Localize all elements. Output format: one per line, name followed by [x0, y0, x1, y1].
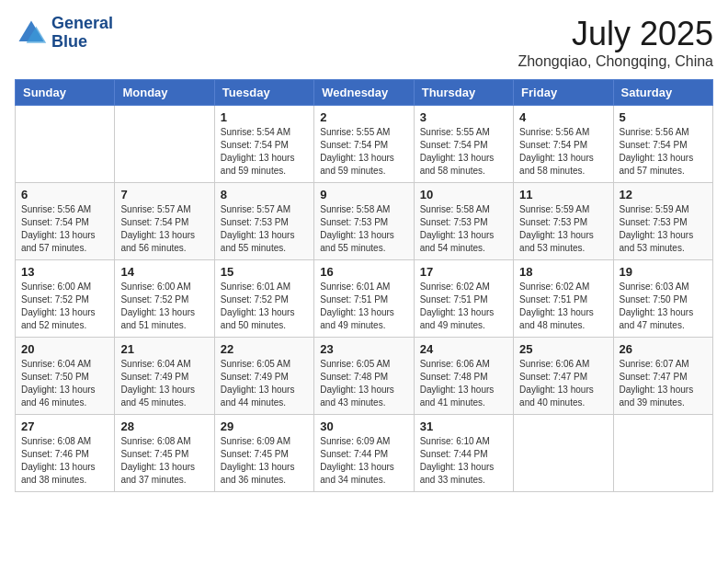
day-info: Sunrise: 6:07 AM Sunset: 7:47 PM Dayligh…: [620, 358, 707, 409]
day-number: 19: [620, 265, 707, 279]
day-number: 3: [420, 110, 507, 124]
day-info: Sunrise: 6:09 AM Sunset: 7:44 PM Dayligh…: [320, 435, 407, 487]
calendar-day-header: Monday: [115, 80, 214, 106]
day-info: Sunrise: 6:09 AM Sunset: 7:45 PM Dayligh…: [221, 435, 308, 487]
day-number: 13: [21, 265, 108, 279]
calendar-cell: 13Sunrise: 6:00 AM Sunset: 7:52 PM Dayli…: [16, 260, 115, 338]
day-number: 2: [320, 110, 407, 124]
calendar-day-header: Wednesday: [314, 80, 414, 106]
calendar-cell: [613, 415, 712, 492]
calendar-cell: 28Sunrise: 6:08 AM Sunset: 7:45 PM Dayli…: [115, 415, 214, 492]
calendar-cell: 29Sunrise: 6:09 AM Sunset: 7:45 PM Dayli…: [214, 415, 313, 492]
calendar-cell: 10Sunrise: 5:58 AM Sunset: 7:53 PM Dayli…: [414, 183, 513, 260]
day-info: Sunrise: 5:55 AM Sunset: 7:54 PM Dayligh…: [420, 126, 507, 178]
calendar-cell: 11Sunrise: 5:59 AM Sunset: 7:53 PM Dayli…: [514, 183, 613, 260]
day-info: Sunrise: 5:58 AM Sunset: 7:53 PM Dayligh…: [320, 203, 407, 255]
day-info: Sunrise: 6:05 AM Sunset: 7:49 PM Dayligh…: [221, 358, 308, 409]
calendar-body: 1Sunrise: 5:54 AM Sunset: 7:54 PM Daylig…: [16, 106, 713, 492]
day-info: Sunrise: 6:08 AM Sunset: 7:45 PM Dayligh…: [120, 435, 208, 487]
day-info: Sunrise: 6:04 AM Sunset: 7:50 PM Dayligh…: [21, 358, 108, 409]
day-number: 11: [519, 188, 607, 201]
day-number: 14: [120, 265, 208, 279]
day-number: 27: [21, 419, 108, 433]
day-info: Sunrise: 5:54 AM Sunset: 7:54 PM Dayligh…: [221, 126, 308, 178]
calendar-day-header: Saturday: [613, 80, 712, 106]
calendar-cell: 12Sunrise: 5:59 AM Sunset: 7:53 PM Dayli…: [613, 183, 712, 260]
day-info: Sunrise: 5:57 AM Sunset: 7:54 PM Dayligh…: [120, 203, 208, 255]
calendar-day-header: Sunday: [16, 80, 115, 106]
calendar-cell: 8Sunrise: 5:57 AM Sunset: 7:53 PM Daylig…: [214, 183, 313, 260]
day-number: 23: [320, 342, 407, 356]
day-info: Sunrise: 6:05 AM Sunset: 7:48 PM Dayligh…: [320, 358, 407, 409]
calendar-cell: 30Sunrise: 6:09 AM Sunset: 7:44 PM Dayli…: [314, 415, 414, 492]
logo-text: General Blue: [51, 15, 113, 52]
day-info: Sunrise: 5:56 AM Sunset: 7:54 PM Dayligh…: [620, 126, 707, 178]
calendar-cell: 15Sunrise: 6:01 AM Sunset: 7:52 PM Dayli…: [214, 260, 313, 338]
calendar-week-row: 6Sunrise: 5:56 AM Sunset: 7:54 PM Daylig…: [16, 183, 713, 260]
day-info: Sunrise: 6:08 AM Sunset: 7:46 PM Dayligh…: [21, 435, 108, 487]
day-number: 10: [420, 188, 507, 201]
day-info: Sunrise: 5:59 AM Sunset: 7:53 PM Dayligh…: [620, 203, 707, 255]
day-number: 17: [420, 265, 507, 279]
day-number: 29: [221, 419, 308, 433]
logo: General Blue: [15, 15, 113, 52]
day-info: Sunrise: 5:55 AM Sunset: 7:54 PM Dayligh…: [320, 126, 407, 178]
calendar-cell: 9Sunrise: 5:58 AM Sunset: 7:53 PM Daylig…: [314, 183, 414, 260]
day-number: 8: [221, 188, 308, 201]
calendar-cell: 20Sunrise: 6:04 AM Sunset: 7:50 PM Dayli…: [16, 338, 115, 415]
calendar-table: SundayMondayTuesdayWednesdayThursdayFrid…: [15, 79, 713, 492]
day-number: 21: [120, 342, 208, 356]
day-info: Sunrise: 6:06 AM Sunset: 7:48 PM Dayligh…: [420, 358, 507, 409]
day-info: Sunrise: 6:03 AM Sunset: 7:50 PM Dayligh…: [620, 281, 707, 332]
calendar-cell: 19Sunrise: 6:03 AM Sunset: 7:50 PM Dayli…: [613, 260, 712, 338]
calendar-cell: 4Sunrise: 5:56 AM Sunset: 7:54 PM Daylig…: [514, 106, 613, 183]
calendar-cell: [115, 106, 214, 183]
calendar-cell: [16, 106, 115, 183]
calendar-cell: 3Sunrise: 5:55 AM Sunset: 7:54 PM Daylig…: [414, 106, 513, 183]
calendar-cell: 31Sunrise: 6:10 AM Sunset: 7:44 PM Dayli…: [414, 415, 513, 492]
calendar-week-row: 13Sunrise: 6:00 AM Sunset: 7:52 PM Dayli…: [16, 260, 713, 338]
day-info: Sunrise: 6:06 AM Sunset: 7:47 PM Dayligh…: [519, 358, 607, 409]
calendar-cell: [514, 415, 613, 492]
title-block: July 2025 Zhongqiao, Chongqing, China: [518, 15, 713, 70]
calendar-cell: 25Sunrise: 6:06 AM Sunset: 7:47 PM Dayli…: [514, 338, 613, 415]
day-info: Sunrise: 6:04 AM Sunset: 7:49 PM Dayligh…: [120, 358, 208, 409]
day-info: Sunrise: 5:59 AM Sunset: 7:53 PM Dayligh…: [519, 203, 607, 255]
calendar-cell: 27Sunrise: 6:08 AM Sunset: 7:46 PM Dayli…: [16, 415, 115, 492]
day-info: Sunrise: 6:01 AM Sunset: 7:52 PM Dayligh…: [221, 281, 308, 332]
calendar-cell: 1Sunrise: 5:54 AM Sunset: 7:54 PM Daylig…: [214, 106, 313, 183]
calendar-cell: 6Sunrise: 5:56 AM Sunset: 7:54 PM Daylig…: [16, 183, 115, 260]
day-info: Sunrise: 5:56 AM Sunset: 7:54 PM Dayligh…: [21, 203, 108, 255]
calendar-week-row: 1Sunrise: 5:54 AM Sunset: 7:54 PM Daylig…: [16, 106, 713, 183]
calendar-cell: 18Sunrise: 6:02 AM Sunset: 7:51 PM Dayli…: [514, 260, 613, 338]
calendar-cell: 24Sunrise: 6:06 AM Sunset: 7:48 PM Dayli…: [414, 338, 513, 415]
day-number: 9: [320, 188, 407, 201]
day-number: 25: [519, 342, 607, 356]
day-info: Sunrise: 6:10 AM Sunset: 7:44 PM Dayligh…: [420, 435, 507, 487]
day-info: Sunrise: 5:57 AM Sunset: 7:53 PM Dayligh…: [221, 203, 308, 255]
calendar-cell: 17Sunrise: 6:02 AM Sunset: 7:51 PM Dayli…: [414, 260, 513, 338]
day-info: Sunrise: 6:02 AM Sunset: 7:51 PM Dayligh…: [420, 281, 507, 332]
day-number: 24: [420, 342, 507, 356]
day-number: 31: [420, 419, 507, 433]
calendar-day-header: Tuesday: [214, 80, 313, 106]
calendar-cell: 21Sunrise: 6:04 AM Sunset: 7:49 PM Dayli…: [115, 338, 214, 415]
calendar-cell: 16Sunrise: 6:01 AM Sunset: 7:51 PM Dayli…: [314, 260, 414, 338]
calendar-cell: 26Sunrise: 6:07 AM Sunset: 7:47 PM Dayli…: [613, 338, 712, 415]
calendar-header-row: SundayMondayTuesdayWednesdayThursdayFrid…: [16, 80, 713, 106]
page-header: General Blue July 2025 Zhongqiao, Chongq…: [15, 15, 713, 70]
day-number: 22: [221, 342, 308, 356]
main-title: July 2025: [518, 15, 713, 53]
day-info: Sunrise: 5:56 AM Sunset: 7:54 PM Dayligh…: [519, 126, 607, 178]
day-info: Sunrise: 6:00 AM Sunset: 7:52 PM Dayligh…: [120, 281, 208, 332]
calendar-cell: 23Sunrise: 6:05 AM Sunset: 7:48 PM Dayli…: [314, 338, 414, 415]
day-info: Sunrise: 6:00 AM Sunset: 7:52 PM Dayligh…: [21, 281, 108, 332]
day-number: 6: [21, 188, 108, 201]
calendar-cell: 5Sunrise: 5:56 AM Sunset: 7:54 PM Daylig…: [613, 106, 712, 183]
day-number: 26: [620, 342, 707, 356]
day-number: 20: [21, 342, 108, 356]
day-number: 12: [620, 188, 707, 201]
day-info: Sunrise: 6:01 AM Sunset: 7:51 PM Dayligh…: [320, 281, 407, 332]
calendar-cell: 7Sunrise: 5:57 AM Sunset: 7:54 PM Daylig…: [115, 183, 214, 260]
day-number: 4: [519, 110, 607, 124]
